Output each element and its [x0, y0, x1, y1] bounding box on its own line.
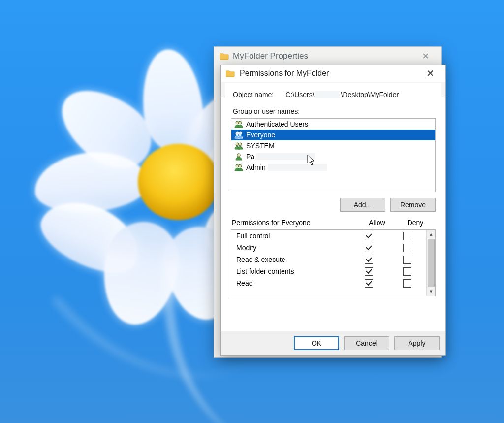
group-icon: [234, 130, 243, 139]
svg-point-4: [236, 143, 239, 146]
allow-checkbox[interactable]: [365, 232, 373, 240]
group-icon: [234, 120, 243, 129]
permission-name: Read: [236, 279, 349, 287]
deny-checkbox[interactable]: [403, 279, 411, 288]
permissions-scroll-area[interactable]: Full controlModifyRead & executeList fol…: [231, 230, 426, 296]
deny-checkbox[interactable]: [403, 267, 411, 276]
svg-point-1: [239, 121, 242, 124]
cancel-button[interactable]: Cancel: [344, 336, 389, 350]
object-name-row: Object name: C:\Users\ \Desktop\MyFolder: [231, 90, 436, 106]
permission-row: List folder contents: [231, 265, 426, 277]
dialog-footer: OK Cancel Apply: [221, 331, 445, 355]
allow-column-header: Allow: [358, 219, 396, 227]
group-icon: [234, 141, 243, 150]
svg-point-2: [236, 132, 239, 135]
group-user-row[interactable]: Authenticated Users: [231, 119, 435, 130]
permission-name: List folder contents: [236, 267, 349, 275]
deny-checkbox[interactable]: [403, 244, 411, 252]
group-users-list[interactable]: Authenticated UsersEveryoneSYSTEMPaAdmin: [231, 118, 436, 192]
groups-label: Group or user names:: [231, 106, 436, 118]
svg-point-5: [239, 143, 242, 146]
svg-point-0: [236, 121, 239, 124]
allow-checkbox[interactable]: [365, 267, 373, 276]
allow-checkbox[interactable]: [365, 256, 373, 264]
scroll-down-icon[interactable]: ▾: [427, 288, 435, 295]
group-user-name: Everyone: [246, 131, 275, 139]
tab-content: Object name: C:\Users\ \Desktop\MyFolder…: [225, 83, 441, 328]
group-buttons-row: Add... Remove: [231, 192, 436, 219]
permissions-title-label: Permissions for Everyone: [232, 219, 358, 227]
group-user-row[interactable]: Everyone: [231, 130, 435, 140]
scrollbar[interactable]: ▴ ▾: [426, 230, 435, 296]
permission-name: Modify: [236, 244, 349, 252]
folder-icon: [226, 69, 235, 78]
permission-row: Read: [231, 277, 426, 289]
permission-name: Read & execute: [236, 256, 349, 263]
add-button[interactable]: Add...: [340, 198, 385, 212]
group-user-row[interactable]: SYSTEM: [231, 140, 435, 151]
permission-row: Modify: [231, 242, 426, 254]
group-user-name: Authenticated Users: [246, 120, 308, 128]
desktop-background: MyFolder Properties × Permissions for My…: [0, 0, 504, 423]
group-icon: [234, 163, 243, 172]
permission-row: Read & execute: [231, 254, 426, 265]
allow-checkbox[interactable]: [365, 279, 373, 288]
remove-button[interactable]: Remove: [390, 198, 436, 212]
close-icon[interactable]: ✕: [420, 65, 441, 81]
apply-button[interactable]: Apply: [394, 336, 440, 350]
properties-titlebar[interactable]: MyFolder Properties ×: [214, 47, 441, 65]
deny-column-header: Deny: [396, 219, 435, 227]
folder-icon: [220, 52, 229, 61]
object-name-label: Object name:: [233, 91, 274, 98]
deny-checkbox[interactable]: [403, 232, 411, 240]
scroll-up-icon[interactable]: ▴: [427, 231, 435, 238]
redacted-text: [256, 153, 315, 160]
permissions-titlebar[interactable]: Permissions for MyFolder ✕: [221, 65, 445, 82]
permissions-header: Permissions for Everyone Allow Deny: [231, 219, 436, 229]
ok-button[interactable]: OK: [294, 336, 339, 350]
permission-row: Full control: [231, 230, 426, 242]
group-user-name: Admin: [246, 163, 327, 171]
deny-checkbox[interactable]: [403, 256, 411, 264]
user-icon: [234, 152, 243, 161]
redacted-username: [315, 91, 340, 98]
redacted-text: [268, 164, 327, 171]
group-user-row[interactable]: Pa: [231, 151, 435, 162]
allow-checkbox[interactable]: [365, 244, 373, 252]
object-path: C:\Users\ \Desktop\MyFolder: [285, 91, 399, 98]
group-user-name: SYSTEM: [246, 142, 275, 150]
scroll-thumb[interactable]: [428, 239, 435, 287]
properties-close-icon[interactable]: ×: [415, 49, 436, 64]
permissions-window: Permissions for MyFolder ✕ Security Obje…: [220, 65, 446, 356]
properties-title: MyFolder Properties: [233, 51, 308, 61]
svg-point-3: [239, 132, 242, 135]
permission-name: Full control: [236, 232, 349, 240]
svg-point-8: [239, 164, 242, 167]
group-user-name: Pa: [246, 153, 315, 161]
svg-point-7: [236, 164, 239, 167]
object-path-prefix: C:\Users\: [285, 91, 314, 98]
svg-point-6: [237, 154, 241, 157]
permissions-title: Permissions for MyFolder: [240, 69, 329, 78]
permissions-list: Full controlModifyRead & executeList fol…: [231, 229, 436, 296]
object-path-suffix: \Desktop\MyFolder: [341, 91, 399, 98]
group-user-row[interactable]: Admin: [231, 162, 435, 173]
